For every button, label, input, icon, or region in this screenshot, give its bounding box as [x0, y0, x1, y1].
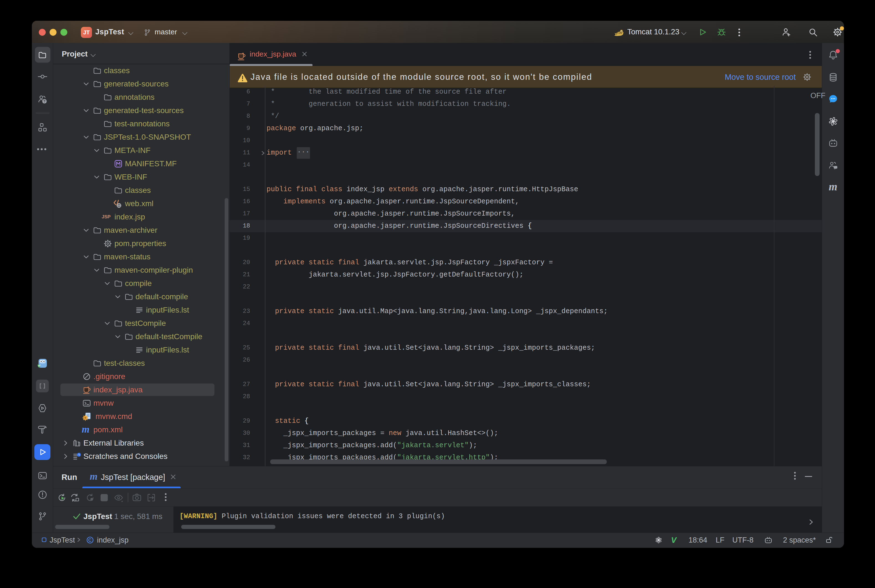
- svg-text:?: ?: [43, 99, 45, 104]
